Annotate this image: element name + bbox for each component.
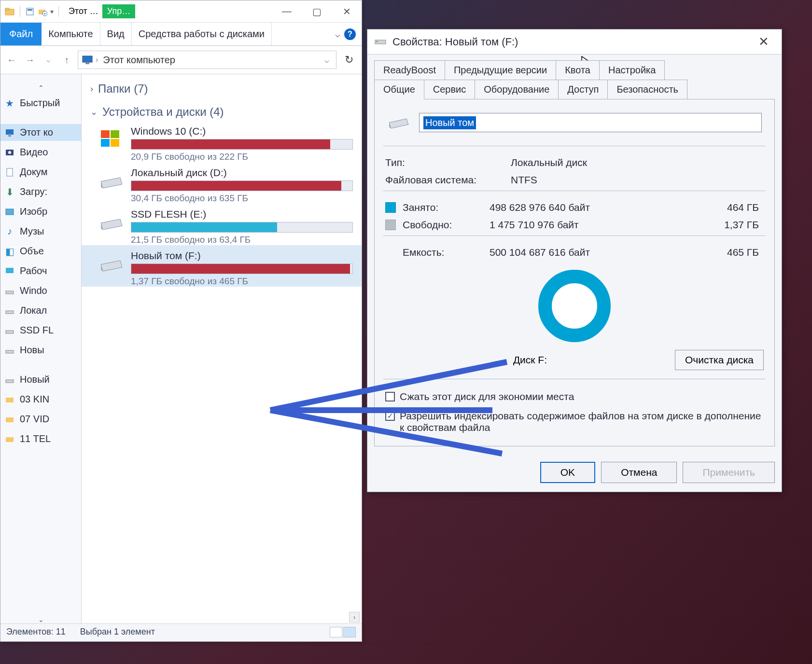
- tab[interactable]: Настройка: [600, 60, 665, 80]
- quick-access-toolbar: + ▾: [0, 4, 65, 19]
- type-value: Локальный диск: [511, 157, 764, 168]
- ok-button[interactable]: OK: [540, 462, 595, 483]
- refresh-button[interactable]: ↻: [340, 51, 358, 69]
- tab[interactable]: Квота: [556, 60, 600, 80]
- forward-button[interactable]: →: [23, 53, 37, 67]
- drive-usage-bar: [131, 139, 353, 150]
- sidebar-folder-07vid[interactable]: 07 VID: [0, 411, 81, 428]
- folders-section-header[interactable]: › Папки (7): [82, 74, 362, 97]
- status-selection: Выбран 1 элемент: [80, 627, 155, 637]
- fs-label: Файловая система:: [385, 174, 511, 186]
- apply-button[interactable]: Применить: [683, 462, 775, 483]
- properties-icon[interactable]: [25, 7, 35, 16]
- minimize-button[interactable]: —: [272, 0, 302, 23]
- free-human: 1,37 ГБ: [706, 219, 764, 231]
- drive-icon: [4, 374, 15, 385]
- sidebar-novyi2[interactable]: Новый: [0, 371, 81, 388]
- computer-menu[interactable]: Компьюте: [42, 23, 100, 45]
- ribbon-tabs: Файл Компьюте Вид Средства работы с диск…: [0, 23, 362, 46]
- capacity-bytes: 500 104 687 616 байт: [490, 247, 706, 258]
- window-title-2: Упр…: [102, 4, 135, 18]
- used-bytes: 498 628 976 640 байт: [490, 202, 706, 213]
- index-checkbox-row[interactable]: ✓ Разрешить индексировать содержимое фай…: [383, 406, 766, 437]
- tab[interactable]: Сервис: [424, 80, 476, 99]
- volume-name-input[interactable]: Новый том: [419, 113, 762, 132]
- sidebar-scroll-up[interactable]: ⌃: [0, 84, 81, 92]
- drive-icon: [4, 345, 15, 356]
- drive-icon: [374, 34, 387, 50]
- svg-text:+: +: [43, 11, 46, 16]
- sidebar-drive-c[interactable]: Windo: [0, 282, 81, 299]
- expand-ribbon-icon[interactable]: ⌵: [335, 29, 340, 40]
- sidebar-music[interactable]: ♪Музы: [0, 223, 81, 240]
- sidebar-downloads[interactable]: ⬇Загру:: [0, 183, 81, 200]
- checkbox-unchecked-icon: [385, 392, 395, 401]
- sidebar-quick-access[interactable]: ★ Быстрый: [0, 95, 81, 111]
- drive-tools-menu[interactable]: Средства работы с дисками: [132, 23, 272, 45]
- explorer-window: + ▾ Этот … Упр… — ▢ ✕ Файл Компьюте Вид …: [0, 0, 362, 642]
- help-icon[interactable]: ?: [344, 28, 356, 40]
- file-menu[interactable]: Файл: [0, 23, 42, 45]
- tab[interactable]: Оборудование: [475, 80, 559, 99]
- address-chevron-icon[interactable]: ⌵: [321, 55, 333, 65]
- drive-item[interactable]: Windows 10 (C:)20,9 ГБ свободно из 222 Г…: [82, 121, 362, 162]
- compress-checkbox-row[interactable]: Сжать этот диск для экономии места: [383, 387, 766, 406]
- svg-rect-25: [111, 130, 119, 138]
- dialog-title: Свойства: Новый том (F:): [392, 36, 518, 48]
- tab[interactable]: ReadyBoost: [374, 60, 445, 80]
- svg-rect-9: [6, 129, 14, 135]
- disk-cleanup-button[interactable]: Очистка диска: [675, 350, 764, 370]
- tab[interactable]: Предыдущие версии: [445, 60, 556, 80]
- sidebar-videos[interactable]: Видео: [0, 144, 81, 161]
- cancel-button[interactable]: Отмена: [601, 462, 677, 483]
- address-bar[interactable]: › Этот компьютер ⌵: [78, 51, 336, 69]
- recent-locations-button[interactable]: ⌵: [41, 53, 56, 67]
- sidebar-drive-e[interactable]: SSD FL: [0, 322, 81, 339]
- svg-rect-35: [376, 41, 378, 42]
- tab[interactable]: Доступ: [559, 80, 608, 99]
- drive-free-space: 20,9 ГБ свободно из 222 ГБ: [131, 150, 353, 162]
- tab[interactable]: Общие: [374, 80, 424, 99]
- drive-icon: [98, 170, 124, 190]
- sidebar-this-pc[interactable]: Этот ко: [0, 124, 81, 141]
- address-text: Этот компьютер: [100, 55, 178, 66]
- devices-section-header[interactable]: ⌄ Устройства и диски (4): [82, 97, 362, 121]
- sidebar-drive-f[interactable]: Новы: [0, 342, 81, 359]
- details-view-button[interactable]: [330, 627, 342, 637]
- maximize-button[interactable]: ▢: [302, 0, 332, 23]
- drive-free-space: 30,4 ГБ свободно из 635 ГБ: [131, 191, 353, 204]
- tab[interactable]: Безопасность: [608, 80, 687, 99]
- sidebar: ⌃ ★ Быстрый Этот ко Видео Докум ⬇Загру: …: [0, 74, 82, 623]
- up-button[interactable]: ↑: [59, 53, 74, 67]
- close-button[interactable]: ✕: [332, 0, 362, 23]
- svg-rect-1: [5, 8, 9, 10]
- sidebar-documents[interactable]: Докум: [0, 164, 81, 180]
- sidebar-scroll-down[interactable]: ⌄: [0, 616, 81, 623]
- capacity-label: Емкость:: [403, 247, 490, 258]
- drive-icon: [387, 113, 409, 132]
- svg-rect-8: [85, 63, 89, 64]
- tiles-view-button[interactable]: [343, 627, 356, 637]
- drive-item[interactable]: SSD FLESH (E:)21,5 ГБ свободно из 63,4 Г…: [82, 204, 362, 245]
- scroll-right-button[interactable]: ›: [349, 612, 360, 622]
- new-folder-icon[interactable]: +: [38, 7, 47, 16]
- sidebar-folder-11tel[interactable]: 11 TEL: [0, 430, 81, 447]
- sidebar-desktop[interactable]: Рабоч: [0, 263, 81, 279]
- status-item-count: Элементов: 11: [6, 627, 66, 637]
- sidebar-drive-d[interactable]: Локал: [0, 302, 81, 319]
- sidebar-3d-objects[interactable]: ◧Объе: [0, 243, 81, 260]
- chevron-down-icon[interactable]: ▾: [50, 8, 54, 15]
- back-button[interactable]: ←: [4, 53, 19, 67]
- svg-marker-32: [101, 261, 122, 271]
- drive-usage-bar: [131, 180, 353, 191]
- sidebar-folder-03kin[interactable]: 03 KIN: [0, 391, 81, 408]
- drive-item[interactable]: Новый том (F:)1,37 ГБ свободно из 465 ГБ: [82, 245, 362, 287]
- picture-icon: [4, 207, 15, 217]
- desktop-icon: [4, 266, 15, 277]
- view-menu[interactable]: Вид: [100, 23, 132, 45]
- video-icon: [4, 147, 15, 158]
- dialog-close-button[interactable]: ✕: [753, 34, 775, 49]
- sidebar-pictures[interactable]: Изобр: [0, 203, 81, 220]
- disk-label: Диск F:: [385, 354, 675, 366]
- drive-item[interactable]: Локальный диск (D:)30,4 ГБ свободно из 6…: [82, 162, 362, 204]
